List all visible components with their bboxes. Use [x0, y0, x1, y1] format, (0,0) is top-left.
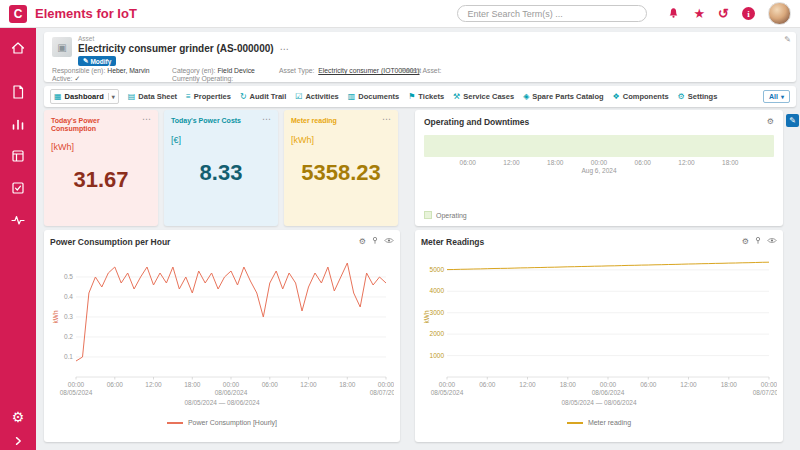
- svg-text:00:00: 00:00: [378, 381, 394, 388]
- legend-swatch: [424, 211, 432, 219]
- avatar[interactable]: [768, 2, 791, 25]
- tab-properties[interactable]: ≡ Properties: [186, 92, 231, 101]
- svg-text:00:00: 00:00: [68, 381, 85, 388]
- edit-dashboard-button[interactable]: ✎: [786, 114, 799, 127]
- kpi-unit: [kWh]: [51, 142, 151, 152]
- svg-text:4000: 4000: [430, 287, 445, 294]
- gear-icon[interactable]: ⚙: [767, 118, 774, 126]
- sidebar-item-assets[interactable]: [10, 148, 26, 164]
- eye-icon[interactable]: [767, 237, 777, 246]
- tab-spare-parts-catalog[interactable]: ◈ Spare Parts Catalog: [523, 92, 603, 101]
- meter-readings-chart-card: Meter Readings ⚙ 1000200030004000500000:…: [415, 230, 783, 442]
- tab-label: Components: [623, 92, 669, 101]
- sidebar-bottom: ⚙: [0, 410, 36, 450]
- sidebar: ⚙: [0, 28, 36, 450]
- tab-bar: ▦ Dashboard ▾ ▤ Data Sheet ≡ Properties …: [44, 86, 796, 107]
- tab-label: Data Sheet: [138, 92, 177, 101]
- asset-type-field: Asset Type: Electricity consumer (IOT000…: [279, 67, 420, 74]
- svg-text:12:00: 12:00: [519, 381, 536, 388]
- svg-text:06:00: 06:00: [479, 381, 496, 388]
- tab-activities[interactable]: ☑ Activities: [295, 92, 339, 101]
- tab-dashboard[interactable]: ▦ Dashboard ▾: [50, 89, 119, 104]
- settings-gear-icon[interactable]: ⚙: [12, 410, 25, 424]
- asset-title: Electricity consumer grinder (AS-000000): [78, 43, 274, 54]
- svg-text:0.5: 0.5: [64, 273, 73, 280]
- active-field: Active:✓: [52, 75, 80, 83]
- top-bar: C Elements for IoT ★ ↺ i: [0, 0, 800, 28]
- svg-text:0.4: 0.4: [64, 293, 73, 300]
- legend-swatch: [567, 422, 583, 424]
- catalog-icon: ◈: [523, 93, 529, 101]
- legend-swatch: [167, 422, 183, 424]
- sidebar-expand[interactable]: [12, 433, 24, 445]
- activities-icon: ☑: [295, 93, 302, 101]
- svg-text:5000: 5000: [430, 266, 445, 273]
- audit-icon: ↻: [240, 93, 247, 101]
- sidebar-item-monitoring[interactable]: [10, 212, 26, 228]
- asset-header-card: ▣ Asset Electricity consumer grinder (AS…: [44, 32, 796, 82]
- svg-text:12:00: 12:00: [300, 381, 317, 388]
- more-menu-icon[interactable]: ⋯: [142, 117, 151, 122]
- power-consumption-line-chart: 0.10.20.30.40.500:0008/05/202406:0012:00…: [50, 249, 394, 399]
- sidebar-item-analytics[interactable]: [10, 116, 26, 132]
- kpi-title: Today's Power Costs: [171, 117, 241, 125]
- sidebar-item-tasks[interactable]: [10, 180, 26, 196]
- sheet-icon: ▤: [128, 93, 136, 101]
- date-range-label: 08/05/2024 — 08/06/2024: [421, 399, 777, 406]
- pin-icon[interactable]: [754, 236, 762, 247]
- tab-settings[interactable]: ⚙ Settings: [678, 92, 718, 101]
- eye-icon[interactable]: [384, 237, 394, 246]
- gear-icon[interactable]: ⚙: [359, 238, 366, 246]
- edit-pencil-icon[interactable]: ✎: [784, 35, 791, 44]
- gear-icon[interactable]: ⚙: [742, 238, 749, 246]
- tab-components[interactable]: ❖ Components: [613, 92, 669, 101]
- info-icon[interactable]: i: [742, 7, 755, 20]
- more-menu-icon[interactable]: ⋯: [262, 117, 271, 122]
- home-icon: [10, 40, 26, 56]
- modify-button[interactable]: ✎ Modify: [78, 56, 116, 66]
- more-menu-icon[interactable]: ⋯: [382, 117, 391, 122]
- svg-text:18:00: 18:00: [339, 381, 356, 388]
- tab-data-sheet[interactable]: ▤ Data Sheet: [128, 92, 177, 101]
- tab-label: Settings: [688, 92, 718, 101]
- kpi-card-power-costs: Today's Power Costs ⋯ [€] 8.33: [164, 110, 278, 226]
- history-icon[interactable]: ↺: [718, 7, 729, 20]
- chevron-down-icon[interactable]: ▾: [108, 93, 115, 100]
- filter-all-dropdown[interactable]: All ▾: [763, 90, 790, 103]
- panel-title: Operating and Downtimes: [424, 117, 529, 127]
- tab-tickets[interactable]: ⚑ Tickets: [408, 92, 444, 101]
- svg-text:06:00: 06:00: [640, 381, 657, 388]
- kpi-title: Today's Power Consumption: [51, 117, 142, 132]
- sidebar-item-home[interactable]: [10, 40, 26, 56]
- star-icon[interactable]: ★: [693, 7, 705, 20]
- more-menu-icon[interactable]: ⋯: [280, 44, 289, 54]
- tab-label: Service Cases: [463, 92, 514, 101]
- svg-text:3000: 3000: [430, 309, 445, 316]
- tab-service-cases[interactable]: ⚒ Service Cases: [453, 92, 514, 101]
- tab-audit-trail[interactable]: ↻ Audit Trail: [240, 92, 286, 101]
- kpi-unit: [kWh]: [291, 135, 391, 145]
- legend-label: Power Consumption [Hourly]: [188, 419, 277, 426]
- svg-text:kWh: kWh: [52, 310, 59, 323]
- grid-icon: ▦: [54, 93, 62, 101]
- chart-title: Meter Readings: [421, 237, 484, 247]
- operating-panel: Operating and Downtimes ⚙ 06:00 12:00 18…: [415, 110, 783, 226]
- svg-text:12:00: 12:00: [145, 381, 162, 388]
- search-input[interactable]: [457, 5, 647, 22]
- chart-legend: Power Consumption [Hourly]: [50, 419, 394, 426]
- modify-label: Modify: [90, 58, 111, 65]
- tab-documents[interactable]: ▥ Documents: [348, 92, 399, 101]
- pin-icon[interactable]: [371, 236, 379, 247]
- app-logo[interactable]: C: [9, 5, 27, 23]
- checklist-icon: [10, 180, 26, 196]
- svg-text:18:00: 18:00: [721, 381, 738, 388]
- bell-icon[interactable]: [667, 6, 680, 22]
- header-icons: ★ ↺ i: [667, 2, 791, 25]
- svg-text:kWh: kWh: [423, 310, 430, 323]
- asset-kicker: Asset: [78, 35, 94, 42]
- main-content: ▣ Asset Electricity consumer grinder (AS…: [36, 28, 800, 450]
- svg-text:00:00: 00:00: [223, 381, 240, 388]
- power-consumption-chart-card: Power Consumption per Hour ⚙ 0.10.20.30.…: [44, 230, 400, 442]
- svg-text:2000: 2000: [430, 330, 445, 337]
- sidebar-item-documents[interactable]: [10, 84, 26, 100]
